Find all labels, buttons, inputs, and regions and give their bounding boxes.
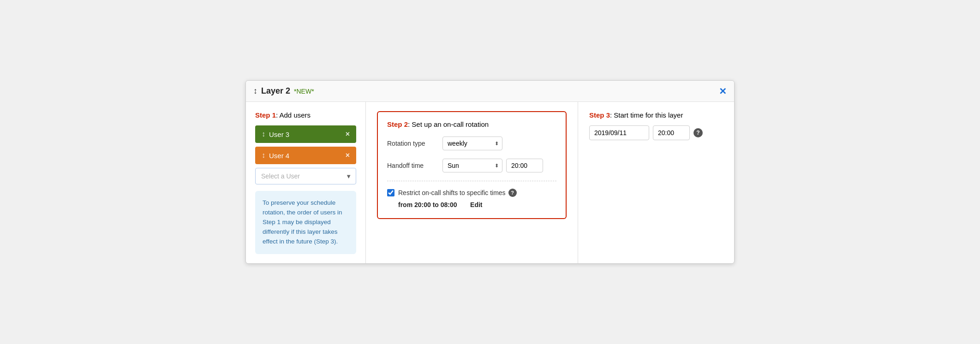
rotation-type-label: Rotation type bbox=[387, 140, 442, 147]
step1-label: Step 1 bbox=[255, 111, 276, 119]
select-user-wrapper: Select a User ▼ bbox=[255, 168, 356, 184]
restrict-times-label: from 20:00 to 08:00 bbox=[398, 201, 457, 208]
step3-column: Step 3: Start time for this layer ? bbox=[578, 102, 734, 263]
step3-time-input[interactable] bbox=[653, 125, 690, 140]
handoff-time-input[interactable] bbox=[506, 159, 543, 172]
close-button[interactable]: ✕ bbox=[719, 87, 727, 96]
restrict-row: Restrict on-call shifts to specific time… bbox=[387, 189, 556, 197]
modal-body: Step 1: Add users ↕ User 3 × ↕ User 4 × … bbox=[246, 102, 734, 263]
modal-title: Layer 2 bbox=[261, 86, 290, 96]
step2-box: Step 2: Set up an on-call rotation Rotat… bbox=[377, 111, 567, 219]
select-user-dropdown[interactable]: Select a User bbox=[255, 168, 356, 184]
drag-handle-1: ↕ bbox=[262, 130, 265, 138]
remove-user-2-button[interactable]: × bbox=[346, 151, 350, 160]
handoff-time-label: Handoff time bbox=[387, 162, 442, 169]
step3-label: Step 3 bbox=[589, 111, 610, 119]
step3-help-icon: ? bbox=[693, 128, 703, 137]
step2-label: Step 2 bbox=[387, 120, 408, 128]
step2-column: Step 2: Set up an on-call rotation Rotat… bbox=[366, 102, 578, 263]
step1-heading: Step 1: Add users bbox=[255, 111, 356, 119]
step1-heading-text: : Add users bbox=[276, 111, 311, 119]
step1-column: Step 1: Add users ↕ User 3 × ↕ User 4 × … bbox=[246, 102, 366, 263]
handoff-day-wrapper: Sun Mon Tue Wed Thu Fri Sat bbox=[442, 159, 502, 172]
rotation-type-select[interactable]: weekly daily custom bbox=[442, 136, 502, 150]
remove-user-1-button[interactable]: × bbox=[346, 130, 350, 138]
handoff-time-row: Handoff time Sun Mon Tue Wed Thu Fri Sat bbox=[387, 159, 556, 172]
user-name-1: User 3 bbox=[269, 130, 346, 138]
restrict-times-row: from 20:00 to 08:00 Edit bbox=[387, 201, 556, 209]
step2-divider bbox=[387, 181, 556, 181]
info-text: To preserve your schedule rotation, the … bbox=[263, 199, 342, 245]
handoff-day-select[interactable]: Sun Mon Tue Wed Thu Fri Sat bbox=[442, 159, 502, 172]
step3-heading: Step 3: Start time for this layer bbox=[589, 111, 723, 119]
restrict-checkbox[interactable] bbox=[387, 189, 394, 196]
step3-heading-text: : Start time for this layer bbox=[610, 111, 683, 119]
step2-heading-text: : Set up an on-call rotation bbox=[408, 120, 489, 128]
restrict-help-icon: ? bbox=[508, 189, 517, 197]
user-name-2: User 4 bbox=[269, 152, 346, 160]
drag-handle-2: ↕ bbox=[262, 151, 265, 160]
modal-header: ↕ Layer 2 *NEW* ✕ bbox=[246, 81, 734, 102]
restrict-label: Restrict on-call shifts to specific time… bbox=[398, 189, 506, 196]
info-box: To preserve your schedule rotation, the … bbox=[255, 191, 356, 254]
layer-modal: ↕ Layer 2 *NEW* ✕ Step 1: Add users ↕ Us… bbox=[245, 80, 735, 264]
rotation-type-row: Rotation type weekly daily custom bbox=[387, 136, 556, 150]
user-block-2[interactable]: ↕ User 4 × bbox=[255, 147, 356, 164]
new-badge: *NEW* bbox=[294, 88, 314, 95]
rotation-select-wrapper: weekly daily custom bbox=[442, 136, 502, 150]
drag-icon: ↕ bbox=[253, 86, 257, 96]
step3-date-row: ? bbox=[589, 125, 723, 140]
user-block-1[interactable]: ↕ User 3 × bbox=[255, 125, 356, 143]
step2-heading: Step 2: Set up an on-call rotation bbox=[387, 120, 556, 128]
edit-restrict-link[interactable]: Edit bbox=[470, 201, 482, 208]
step3-date-input[interactable] bbox=[589, 125, 649, 140]
